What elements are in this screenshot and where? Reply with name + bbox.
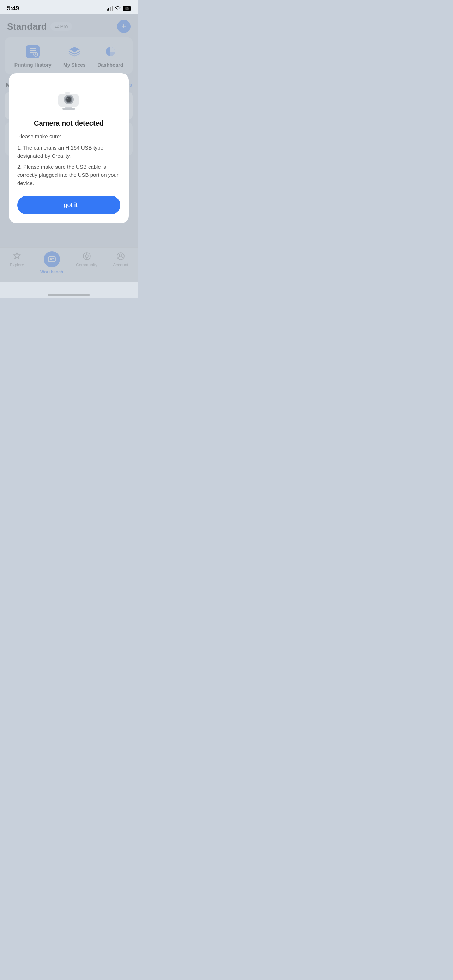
signal-icon <box>106 6 113 11</box>
camera-icon <box>55 84 83 114</box>
svg-point-11 <box>67 98 68 99</box>
home-indicator <box>48 294 90 296</box>
svg-point-10 <box>66 97 71 102</box>
camera-not-detected-modal: Camera not detected Please make sure: 1.… <box>9 73 129 223</box>
modal-subtitle: Please make sure: <box>17 132 120 140</box>
modal-overlay: Camera not detected Please make sure: 1.… <box>0 14 138 282</box>
svg-rect-14 <box>65 92 70 95</box>
status-bar: 5:49 86 <box>0 0 138 14</box>
wifi-icon <box>115 6 121 11</box>
status-time: 5:49 <box>7 5 19 12</box>
battery-icon: 86 <box>123 6 130 11</box>
status-icons: 86 <box>106 6 130 11</box>
app-screen: 5:49 86 Standard ⇄ Pro + <box>0 0 138 298</box>
modal-item2: 2. Please make sure the USB cable is cor… <box>17 162 120 187</box>
modal-title: Camera not detected <box>34 119 104 127</box>
main-content: Standard ⇄ Pro + Printing History <box>0 14 138 282</box>
svg-rect-13 <box>62 108 75 110</box>
modal-item1: 1. The camera is an H.264 USB type desig… <box>17 143 120 160</box>
i-got-it-button[interactable]: I got it <box>17 196 120 215</box>
modal-body: Please make sure: 1. The camera is an H.… <box>17 132 120 187</box>
